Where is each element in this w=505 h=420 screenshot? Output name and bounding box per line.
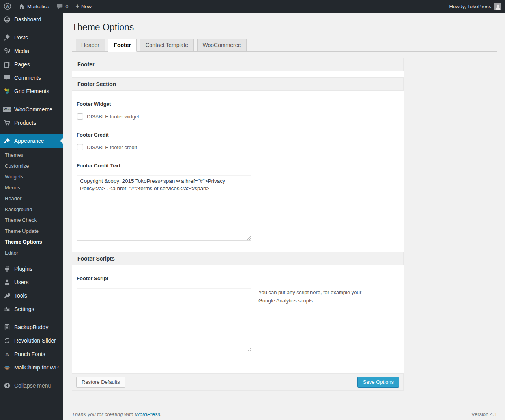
disable-footer-credit-checkbox[interactable] [77,144,83,150]
footer-thanks: Thank you for creating with WordPress. [72,411,162,417]
footer-script-label: Footer Script [77,276,399,281]
site-link[interactable]: Marketica [15,0,53,13]
sidebar-item-woocommerce[interactable]: Woo WooCommerce [0,103,63,116]
wordpress-logo-menu[interactable]: W [0,0,15,13]
sidebar-item-label: Media [14,48,29,54]
my-account-menu[interactable]: Howdy, TokoPress [446,0,505,13]
comment-count: 0 [65,4,68,9]
submenu-item-menus[interactable]: Menus [0,182,63,193]
sidebar-item-label: Revolution Slider [14,338,56,344]
plus-icon: + [76,3,79,9]
comments-bubble[interactable]: 0 [53,0,72,13]
comments-icon [3,74,11,82]
menu-separator [0,316,63,321]
sidebar-item-label: Comments [14,75,41,81]
sidebar-item-mailchimp[interactable]: MailChimp for WP [0,361,63,374]
sidebar-item-punch-fonts[interactable]: A Punch Fonts [0,347,63,361]
submenu-item-theme-options[interactable]: Theme Options [0,236,63,248]
wordpress-link[interactable]: WordPress [135,411,160,417]
sidebar-item-label: WooCommerce [14,106,52,112]
collapse-menu-button[interactable]: Collapse menu [0,379,63,392]
woocommerce-icon: Woo [3,105,11,113]
menu-separator [0,374,63,379]
sidebar-item-label: Punch Fonts [14,351,45,357]
page-title: Theme Options [72,13,497,33]
sidebar-item-appearance[interactable]: Appearance [0,134,63,148]
tab-header[interactable]: Header [76,39,105,51]
comment-bubble-icon [56,3,63,10]
sidebar-item-label: Grid Elements [14,88,49,94]
collapse-menu-label: Collapse menu [14,382,51,389]
sidebar-item-label: Settings [14,306,34,312]
sidebar-item-tools[interactable]: Tools [0,289,63,302]
pages-icon [3,60,11,68]
footer-section-body: Footer Widget DISABLE footer widget Foot… [72,91,404,252]
menu-separator [0,129,63,134]
sidebar-item-label: Dashboard [14,16,41,22]
tab-contact-template[interactable]: Contact Template [140,39,194,51]
sidebar-item-plugins[interactable]: Plugins [0,262,63,276]
disable-footer-widget-checkbox[interactable] [77,113,83,120]
thanks-period: . [160,411,162,417]
brush-icon [3,137,11,145]
mailchimp-monkey-icon [3,364,11,371]
tab-footer[interactable]: Footer [108,39,137,52]
sidebar-item-users[interactable]: Users [0,276,63,289]
restore-defaults-button[interactable]: Restore Defaults [76,377,125,388]
collapse-arrow-icon [3,382,11,390]
section-header-footer-scripts: Footer Scripts [72,252,404,265]
disable-footer-credit-text[interactable]: DISABLE footer credit [87,144,137,150]
footer-script-textarea[interactable] [77,288,251,352]
grid-elements-icon [3,87,11,95]
submenu-item-widgets[interactable]: Widgets [0,171,63,182]
sidebar-item-label: Plugins [14,266,32,272]
footer-credit-label: Footer Credit [77,132,399,138]
panel-title: Footer [72,58,404,71]
version-text: Version 4.1 [471,411,497,417]
sidebar-item-backupbuddy[interactable]: BackupBuddy [0,321,63,334]
howdy-text: Howdy, TokoPress [449,4,491,9]
menu-separator [0,26,63,31]
save-options-button[interactable]: Save Options [357,377,399,388]
sidebar-item-label: Pages [14,61,30,68]
admin-bar: W Marketica 0 + New Howdy, TokoPress [0,0,505,13]
sidebar-item-media[interactable]: Media [0,44,63,58]
menu-separator [0,98,63,103]
dashboard-icon [3,15,11,23]
avatar [494,3,501,10]
theme-options-panel: Footer Footer Section Footer Widget DISA… [72,58,404,391]
sidebar-item-comments[interactable]: Comments [0,71,63,84]
tab-bar: Header Footer Contact Template WooCommer… [72,39,497,52]
submenu-item-editor[interactable]: Editor [0,248,63,259]
sidebar-item-pages[interactable]: Pages [0,58,63,71]
new-content-menu[interactable]: + New [72,0,95,13]
disable-footer-widget-text[interactable]: DISABLE footer widget [87,114,139,120]
footer-credit-text-textarea[interactable]: Copyright &copy; 2015 TokoPress<span><a … [77,175,251,241]
tab-woocommerce[interactable]: WooCommerce [197,39,247,51]
sidebar-item-products[interactable]: Products [0,116,63,129]
wordpress-logo-icon: W [4,2,11,10]
sidebar-item-label: Tools [14,292,27,299]
submenu-item-background[interactable]: Background [0,204,63,215]
sidebar-item-settings[interactable]: Settings [0,302,63,316]
submenu-item-theme-update[interactable]: Theme Update [0,226,63,237]
sidebar-item-revolution-slider[interactable]: Revolution Slider [0,334,63,347]
wrench-icon [3,292,11,300]
plug-icon [3,265,11,273]
sidebar-item-label: Posts [14,34,28,41]
sidebar-item-label: BackupBuddy [14,324,48,330]
new-label: New [81,4,92,9]
submenu-item-header[interactable]: Header [0,193,63,204]
footer-credit-text-label: Footer Credit Text [77,163,399,169]
sidebar-item-grid-elements[interactable]: Grid Elements [0,84,63,98]
submenu-item-theme-check[interactable]: Theme Check [0,215,63,226]
sidebar-item-dashboard[interactable]: Dashboard [0,13,63,26]
admin-footer: Thank you for creating with WordPress. V… [72,411,497,420]
sidebar-item-posts[interactable]: Posts [0,31,63,44]
footer-scripts-body: Footer Script You can put any script her… [72,265,404,373]
section-header-footer-section: Footer Section [72,77,404,91]
submenu-item-customize[interactable]: Customize [0,161,63,172]
submenu-item-themes[interactable]: Themes [0,150,63,161]
sidebar-item-label: Users [14,279,29,285]
sidebar-item-label: Products [14,120,36,126]
